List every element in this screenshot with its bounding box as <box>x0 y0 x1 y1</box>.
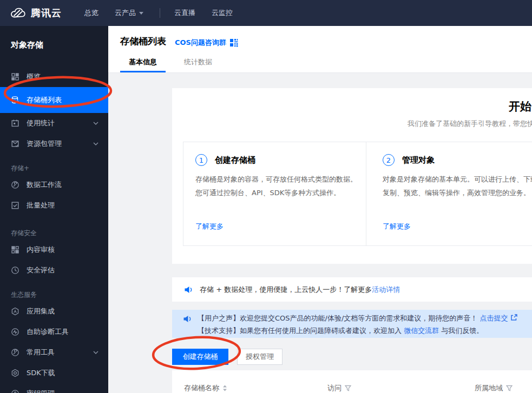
megaphone-icon <box>183 315 192 323</box>
chevron-down-icon <box>139 12 143 15</box>
getting-started-panel: 开始 我们准备了基础的新手引导教程，带您快速 1 创建存储桶 存储桶是对象的容器… <box>172 88 532 264</box>
guide-steps: 1 创建存储桶 存储桶是对象的容器，可存放任何格式类型的数据。您可通过控制台、A… <box>183 142 532 246</box>
brand-logo[interactable]: 腾讯云 <box>10 6 62 19</box>
nav-item-live[interactable]: 云直播 <box>174 8 195 18</box>
column-access[interactable]: 访问 <box>327 383 351 393</box>
qr-code-icon <box>229 38 238 47</box>
promo-activity-link[interactable]: 活动详情 <box>372 285 400 295</box>
step-number-badge: 2 <box>383 154 395 166</box>
sidebar-item-key-management[interactable]: 密钥管理 <box>0 383 108 393</box>
create-bucket-button[interactable]: 创建存储桶 <box>172 349 228 365</box>
step-title: 管理对象 <box>402 155 435 165</box>
sidebar-item-content-audit[interactable]: 内容审核 <box>0 239 108 260</box>
page-title: 存储桶列表 <box>120 35 166 48</box>
submit-feedback-link[interactable]: 点击提交 <box>480 314 508 322</box>
app-root: 腾讯云 总览 云产品 云直播 云监控 对象存储 概览 存储桶列表 使用统计 资源… <box>0 0 532 393</box>
tencent-cloud-icon <box>10 6 26 19</box>
sidebar-item-app-integration[interactable]: 应用集成 <box>0 301 108 322</box>
sidebar-item-overview[interactable]: 概览 <box>0 66 108 87</box>
chevron-down-icon <box>93 122 98 125</box>
package-icon <box>11 139 19 148</box>
sidebar-item-batch-processing[interactable]: 批量处理 <box>0 195 108 216</box>
wechat-group-link[interactable]: 微信交流群 <box>404 327 439 335</box>
learn-more-link[interactable]: 了解更多 <box>383 222 411 231</box>
step-description: 存储桶是对象的容器，可存放任何格式类型的数据。您可通过控制台、API、SDK等多… <box>195 172 358 199</box>
nav-item-overview[interactable]: 总览 <box>84 8 98 18</box>
learn-more-link[interactable]: 了解更多 <box>195 222 224 231</box>
bucket-icon <box>11 96 19 104</box>
step-number-badge: 1 <box>195 154 207 166</box>
step-manage-objects: 2 管理对象 对象是对象存储的基本单元。可以进行上传、下载、复制、预览、编辑等操… <box>366 142 532 245</box>
sidebar-section-storage-plus: 存储+ <box>0 162 108 175</box>
external-link-icon <box>510 314 517 321</box>
audit-grid-icon <box>11 245 19 254</box>
batch-check-icon <box>11 201 19 210</box>
key-lock-icon <box>11 389 19 393</box>
step-title: 创建存储桶 <box>215 155 255 165</box>
brand-name: 腾讯云 <box>31 6 62 19</box>
hexagon-app-icon <box>11 307 19 316</box>
filter-icon[interactable] <box>506 385 513 391</box>
tab-bar: 基本信息 统计数据 <box>108 54 221 72</box>
content-area: 开始 我们准备了基础的新手引导教程，带您快速 1 创建存储桶 存储桶是对象的容器… <box>108 73 532 393</box>
sidebar-item-common-tools[interactable]: 常用工具 <box>0 342 108 363</box>
sidebar-section-ecosystem: 生态服务 <box>0 288 108 301</box>
hexagon-sdk-icon <box>11 369 19 377</box>
feedback-line-2: 【技术支持】如果您有任何使用上的问题障碍或者建议，欢迎加入 微信交流群 与我们反… <box>198 326 483 336</box>
nav-menu: 总览 云产品 云直播 云监控 <box>84 8 249 18</box>
feedback-line-1: 【用户之声】欢迎您提交COS产品的功能/体验/文档等方面的需求和建议，期待您的声… <box>198 314 517 323</box>
sidebar-item-bucket-list[interactable]: 存储桶列表 <box>0 87 108 113</box>
sidebar-item-diagnostic-tools[interactable]: 自助诊断工具 <box>0 322 108 342</box>
bucket-table-header: 存储桶名称 访问 所属地域 <box>172 370 532 393</box>
tab-statistics[interactable]: 统计数据 <box>175 54 221 72</box>
promo-text: 存储 + 数据处理，使用便捷，上云快人一步！了解更多 <box>200 285 372 295</box>
pulse-icon <box>11 328 19 336</box>
page-header: 存储桶列表 COS问题咨询群 基本信息 统计数据 <box>108 26 532 73</box>
guide-subtitle: 我们准备了基础的新手引导教程，带您快速 <box>408 119 532 129</box>
sort-icon[interactable] <box>222 385 227 391</box>
sidebar-title: 对象存储 <box>0 26 108 60</box>
megaphone-icon <box>184 285 193 294</box>
tools-wrench-icon <box>11 348 19 357</box>
filter-icon[interactable] <box>345 385 351 391</box>
sidebar-item-usage-stats[interactable]: 使用统计 <box>0 113 108 134</box>
nav-item-products[interactable]: 云产品 <box>115 8 143 18</box>
step-create-bucket: 1 创建存储桶 存储桶是对象的容器，可存放任何格式类型的数据。您可通过控制台、A… <box>183 142 366 245</box>
auth-manage-button[interactable]: 授权管理 <box>237 349 283 365</box>
nav-item-monitor[interactable]: 云监控 <box>212 8 233 18</box>
column-bucket-name[interactable]: 存储桶名称 <box>184 383 227 393</box>
sidebar: 对象存储 概览 存储桶列表 使用统计 资源包管理 存储+ 数据工作流 批量处理 <box>0 26 108 393</box>
sidebar-item-sdk-download[interactable]: SDK下载 <box>0 363 108 383</box>
sidebar-section-storage-security: 存储安全 <box>0 227 108 239</box>
cos-group-link[interactable]: COS问题咨询群 <box>175 38 238 48</box>
promo-banner: 存储 + 数据处理，使用便捷，上云快人一步！了解更多 活动详情 <box>172 277 532 302</box>
sidebar-item-security-assessment[interactable]: 安全评估 <box>0 260 108 281</box>
step-description: 对象是对象存储的基本单元。可以进行上传、下载、复制、预览、编辑等操作，高效管理您… <box>383 172 532 199</box>
sidebar-item-resource-packages[interactable]: 资源包管理 <box>0 134 108 154</box>
overview-grid-icon <box>11 72 19 81</box>
sidebar-item-data-workflow[interactable]: 数据工作流 <box>0 175 108 195</box>
chevron-down-icon <box>93 351 98 354</box>
top-navbar: 腾讯云 总览 云产品 云直播 云监控 <box>0 0 532 26</box>
clock-gauge-icon <box>11 266 19 275</box>
calendar-icon <box>11 119 19 128</box>
workflow-wrench-icon <box>11 181 19 189</box>
nav-divider <box>160 8 160 18</box>
feedback-banner: 【用户之声】欢迎您提交COS产品的功能/体验/文档等方面的需求和建议，期待您的声… <box>172 310 532 338</box>
guide-heading: 开始 <box>509 99 531 114</box>
chevron-down-icon <box>93 142 98 145</box>
column-region[interactable]: 所属地域 <box>475 383 513 393</box>
tab-basic-info[interactable]: 基本信息 <box>120 54 166 72</box>
